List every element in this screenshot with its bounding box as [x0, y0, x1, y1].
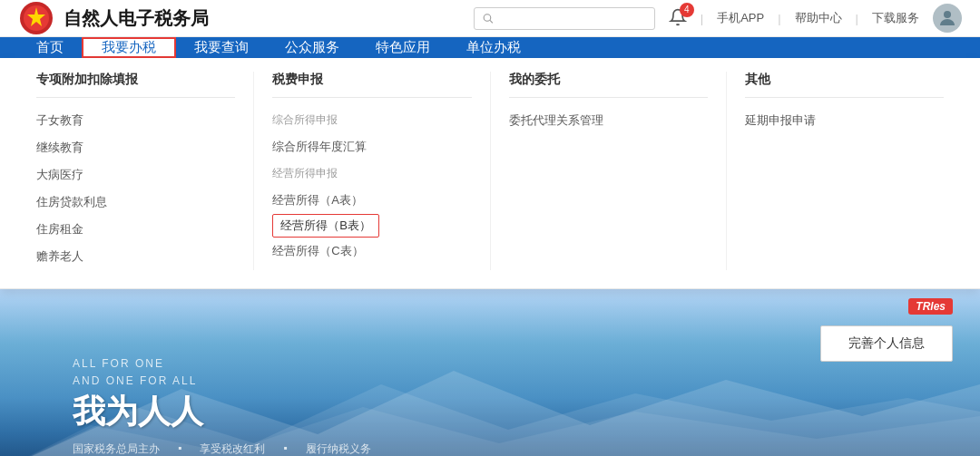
hero-footer-item-2: 履行纳税义务	[306, 441, 371, 456]
dropdown-item-yanqi[interactable]: 延期申报申请	[745, 107, 944, 134]
nav-item-danwei[interactable]: 单位办税	[448, 37, 539, 58]
dropdown-item-jixu[interactable]: 继续教育	[36, 134, 235, 161]
nav-item-home[interactable]: 首页	[18, 37, 82, 58]
dropdown-item-zinv[interactable]: 子女教育	[36, 107, 235, 134]
avatar-icon	[936, 7, 958, 29]
hero-footer-text: 国家税务总局主办 ▪ 享受税改红利 ▪ 履行纳税义务	[73, 441, 371, 456]
dropdown-item-dabing[interactable]: 大病医疗	[36, 161, 235, 189]
dropdown-col-zhuanxiang: 专项附加扣除填报 子女教育 继续教育 大病医疗 住房贷款利息 住房租金 赡养老人	[18, 72, 254, 270]
dropdown-item-zhufang-zujin[interactable]: 住房租金	[36, 216, 235, 243]
nav-item-tese[interactable]: 特色应用	[358, 37, 448, 58]
hero-chinese-text: 我为人人	[73, 390, 203, 434]
dropdown-col-title-shuifei: 税费申报	[272, 72, 471, 98]
hero-all-for-one: ALL FOR ONE AND ONE FOR ALL	[73, 355, 203, 390]
help-link[interactable]: 帮助中心	[795, 10, 842, 26]
search-box[interactable]	[474, 7, 655, 30]
notification-bell[interactable]: 4	[669, 8, 687, 29]
header-icons: 4 | 手机APP | 帮助中心 | 下载服务	[669, 4, 962, 33]
page-wrapper: 自然人电子税务局 4 | 手机APP | 帮助	[0, 0, 980, 456]
nav-item-chaxun[interactable]: 我要查询	[176, 37, 267, 58]
dropdown-col-weituо: 我的委托 委托代理关系管理	[491, 72, 727, 270]
divider: |	[701, 12, 703, 25]
navbar: 首页 我要办税 我要查询 公众服务 特色应用 单位办税	[0, 37, 980, 58]
search-icon	[482, 12, 494, 24]
dropdown-item-zongheniandu[interactable]: 综合所得年度汇算	[272, 133, 471, 160]
dropdown-col-qita: 其他 延期申报申请	[727, 72, 962, 270]
hero-footer-separator-0: ▪	[178, 441, 181, 456]
nav-label-gongzhong: 公众服务	[285, 39, 339, 56]
dropdown-item-jingying-b[interactable]: 经营所得（B表）	[272, 214, 379, 238]
complete-info-button[interactable]: 完善个人信息	[820, 325, 953, 362]
download-link[interactable]: 下载服务	[872, 10, 919, 26]
divider2: |	[778, 12, 780, 25]
search-input[interactable]	[494, 12, 647, 25]
dropdown-item-weituo-guanli[interactable]: 委托代理关系管理	[509, 107, 708, 134]
mobile-app-link[interactable]: 手机APP	[717, 10, 764, 26]
svg-line-4	[490, 20, 493, 23]
header-right: 4 | 手机APP | 帮助中心 | 下载服务	[474, 4, 962, 33]
hero-text-overlay: ALL FOR ONE AND ONE FOR ALL 我为人人	[73, 355, 203, 434]
header-logo: 自然人电子税务局	[18, 0, 209, 36]
hero-footer-item-0: 国家税务总局主办	[73, 441, 160, 456]
dropdown-section-zonghesuo: 综合所得申报	[272, 107, 471, 133]
dropdown-col-shuifei: 税费申报 综合所得申报 综合所得年度汇算 经营所得申报 经营所得（A表） 经营所…	[254, 72, 490, 270]
nav-label-home: 首页	[36, 39, 64, 56]
logo-text: 自然人电子税务局	[64, 6, 209, 31]
dropdown-item-shanyang[interactable]: 赡养老人	[36, 243, 235, 270]
dropdown-menu: 专项附加扣除填报 子女教育 继续教育 大病医疗 住房贷款利息 住房租金 赡养老人…	[0, 58, 980, 289]
tries-badge: TRIes	[908, 298, 953, 315]
divider3: |	[856, 12, 858, 25]
nav-label-wodabanshui: 我要办税	[102, 39, 156, 56]
dropdown-section-jingyingsuo: 经营所得申报	[272, 160, 471, 187]
svg-point-3	[484, 15, 491, 22]
dropdown-col-title-qita: 其他	[745, 72, 944, 98]
nav-item-gongzhong[interactable]: 公众服务	[267, 37, 358, 58]
dropdown-col-title-zhuanxiang: 专项附加扣除填报	[36, 72, 235, 98]
hero-footer-separator-1: ▪	[283, 441, 287, 456]
dropdown-item-jingying-a[interactable]: 经营所得（A表）	[272, 187, 471, 214]
nav-label-tese: 特色应用	[376, 39, 430, 56]
nav-label-chaxun: 我要查询	[194, 39, 249, 56]
user-avatar[interactable]	[933, 4, 962, 33]
logo-emblem-icon	[18, 0, 54, 36]
nav-item-wodabanshui[interactable]: 我要办税	[82, 37, 176, 58]
notification-badge: 4	[680, 3, 694, 17]
hero-section: ALL FOR ONE AND ONE FOR ALL 我为人人 国家税务总局主…	[0, 289, 980, 456]
svg-point-5	[944, 11, 951, 18]
dropdown-item-zhufang-daikuan[interactable]: 住房贷款利息	[36, 189, 235, 216]
dropdown-col-title-weituо: 我的委托	[509, 72, 708, 98]
hero-footer-item-1: 享受税改红利	[200, 441, 265, 456]
dropdown-content: 专项附加扣除填报 子女教育 继续教育 大病医疗 住房贷款利息 住房租金 赡养老人…	[0, 58, 980, 288]
nav-label-danwei: 单位办税	[466, 39, 521, 56]
dropdown-item-jingying-c[interactable]: 经营所得（C表）	[272, 238, 471, 265]
header: 自然人电子税务局 4 | 手机APP | 帮助	[0, 0, 980, 37]
